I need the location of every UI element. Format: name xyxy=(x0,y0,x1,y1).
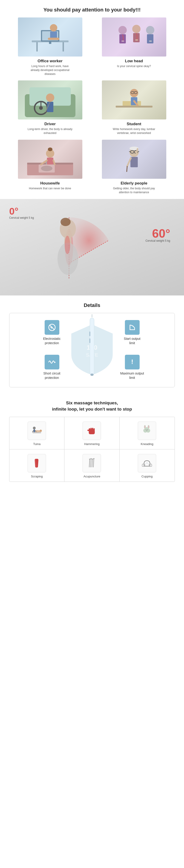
svg-rect-10 xyxy=(120,34,126,43)
svg-rect-69 xyxy=(90,318,94,375)
massage-title: Six massage techniques,infinite loop, le… xyxy=(5,400,179,412)
housewife-desc: Homework that can never be done xyxy=(29,187,71,190)
acupuncture-icon-box xyxy=(83,454,101,472)
body-types-grid: Office worker Long hours of hard work, h… xyxy=(11,18,173,194)
driver-name: Driver xyxy=(44,122,56,126)
svg-rect-86 xyxy=(90,428,92,430)
acupuncture-icon xyxy=(85,457,98,469)
svg-rect-5 xyxy=(49,41,51,44)
housewife-name: Housewife xyxy=(40,181,60,186)
scraping-label: Scraping xyxy=(31,475,43,478)
svg-rect-88 xyxy=(94,428,95,430)
housewife-image xyxy=(18,140,82,179)
svg-rect-8 xyxy=(48,38,59,40)
svg-line-56 xyxy=(127,166,127,172)
svg-point-110 xyxy=(147,463,148,463)
svg-rect-13 xyxy=(133,33,140,42)
detail-start-output: Start outputlimit xyxy=(94,318,170,348)
svg-rect-26 xyxy=(116,106,153,107)
angle-section: 0° Cervical weight 5 kg 60° Cervical wei… xyxy=(0,199,184,296)
svg-point-100 xyxy=(146,429,147,430)
svg-rect-108 xyxy=(92,459,93,460)
device-image xyxy=(85,313,99,383)
office-worker-image xyxy=(18,18,82,57)
start-output-icon-box xyxy=(125,320,140,335)
svg-rect-87 xyxy=(92,428,94,430)
svg-line-105 xyxy=(94,458,94,467)
elderly-image xyxy=(102,140,166,179)
svg-rect-109 xyxy=(93,458,95,459)
svg-point-6 xyxy=(50,24,57,31)
svg-point-12 xyxy=(132,25,140,33)
svg-line-104 xyxy=(92,459,93,467)
svg-point-15 xyxy=(146,26,154,34)
svg-point-99 xyxy=(148,426,149,428)
svg-point-23 xyxy=(46,94,54,102)
massage-tuina: Tuina xyxy=(9,417,64,450)
svg-rect-89 xyxy=(87,430,89,431)
cupping-label: Cupping xyxy=(141,475,153,478)
angle-0-label: 0° xyxy=(9,206,18,217)
hammering-icon-box xyxy=(83,422,101,440)
short-circuit-icon-box xyxy=(45,355,59,369)
svg-rect-71 xyxy=(89,338,90,343)
svg-rect-106 xyxy=(89,459,90,460)
massage-cupping: Cupping xyxy=(120,450,175,482)
kneading-label: Kneading xyxy=(141,442,153,446)
elderly-name: Elderly people xyxy=(121,181,147,186)
massage-techniques-grid: Tuina xyxy=(9,417,175,482)
massage-scraping: Scraping xyxy=(9,450,64,482)
low-head-image xyxy=(102,18,166,57)
angle-60-label: 60° xyxy=(152,226,170,240)
low-head-desc: Is your cervical spine okay? xyxy=(117,64,151,68)
svg-point-101 xyxy=(148,429,148,430)
detail-short-circuit: Short circuitprotection xyxy=(14,352,90,382)
svg-point-21 xyxy=(39,106,43,110)
svg-rect-81 xyxy=(33,429,35,432)
low-head-name: Low head xyxy=(125,59,143,63)
svg-point-79 xyxy=(40,430,42,432)
cervical-weight-0: Cervical weight 5 kg xyxy=(9,216,34,219)
svg-rect-43 xyxy=(47,158,53,164)
acupuncture-label: Acupuncture xyxy=(83,475,100,478)
scraping-icon xyxy=(31,457,43,469)
cupping-icon xyxy=(141,457,153,469)
scraping-icon-box xyxy=(28,454,46,472)
svg-point-111 xyxy=(146,464,146,464)
start-output-icon xyxy=(128,323,136,332)
svg-point-9 xyxy=(119,26,127,34)
hammering-icon xyxy=(85,425,98,437)
body-type-office-worker: Office worker Long hours of hard work, h… xyxy=(11,18,88,76)
svg-point-112 xyxy=(148,464,149,464)
svg-point-72 xyxy=(90,374,94,376)
massage-kneading: Kneading xyxy=(120,417,175,450)
svg-point-42 xyxy=(48,148,52,151)
svg-rect-1 xyxy=(36,42,38,52)
svg-line-55 xyxy=(127,158,131,166)
svg-line-103 xyxy=(90,458,91,467)
office-worker-name: Office worker xyxy=(37,59,62,63)
svg-line-102 xyxy=(89,459,90,467)
attention-title: You should pay attention to your body!!! xyxy=(5,7,179,13)
svg-rect-17 xyxy=(149,40,152,42)
svg-rect-16 xyxy=(147,34,153,43)
massage-section: Six massage techniques,infinite loop, le… xyxy=(0,394,184,488)
electrostatic-icon-box xyxy=(45,320,59,335)
elderly-desc: Getting older, the body should pay atten… xyxy=(111,187,157,194)
attention-section: You should pay attention to your body!!! xyxy=(0,0,184,199)
svg-point-38 xyxy=(41,166,52,171)
body-type-low-head: Low head Is your cervical spine okay? xyxy=(96,18,173,76)
body-type-driver: Driver Long-term driver, the body is alr… xyxy=(11,81,88,135)
svg-point-80 xyxy=(33,427,36,429)
svg-rect-11 xyxy=(122,40,124,42)
driver-desc: Long-term driver, the body is already ex… xyxy=(27,127,73,135)
details-title: Details xyxy=(5,302,179,308)
svg-point-98 xyxy=(144,426,146,428)
angle-background: 0° Cervical weight 5 kg 60° Cervical wei… xyxy=(0,199,184,296)
details-section: Details 100 SAFE xyxy=(0,296,184,394)
cupping-icon-box xyxy=(138,454,156,472)
tuina-icon-box xyxy=(28,422,46,440)
massage-hammering: Hammering xyxy=(64,417,120,450)
short-circuit-label: Short circuitprotection xyxy=(44,371,60,380)
svg-rect-107 xyxy=(90,458,92,459)
